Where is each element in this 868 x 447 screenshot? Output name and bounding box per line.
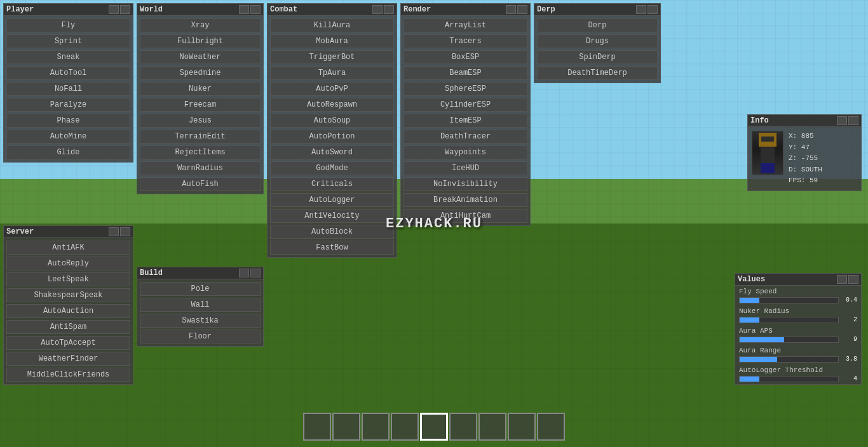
hack-btn-tpaura[interactable]: TpAura <box>270 66 394 80</box>
hack-btn-triggerbot[interactable]: TriggerBot <box>270 50 394 64</box>
hack-btn-itemesp[interactable]: ItemESP <box>403 114 527 128</box>
hack-btn-sprint[interactable]: Sprint <box>6 34 130 48</box>
hack-btn-automine[interactable]: AutoMine <box>6 130 130 143</box>
hack-btn-phase[interactable]: Phase <box>6 114 130 128</box>
hack-btn-antispam[interactable]: AntiSpam <box>6 320 130 334</box>
hack-btn-icehud[interactable]: IceHUD <box>403 161 527 175</box>
hack-btn-mobaura[interactable]: MobAura <box>270 34 394 48</box>
world-minimize-btn[interactable] <box>239 5 249 14</box>
build-minimize-btn[interactable] <box>239 269 249 277</box>
hack-btn-autoauction[interactable]: AutoAuction <box>6 304 130 318</box>
hotbar-slot-6[interactable] <box>449 413 477 441</box>
hack-btn-deathtracer[interactable]: DeathTracer <box>403 130 527 143</box>
hack-btn-derp[interactable]: Derp <box>537 18 658 32</box>
hack-btn-warnradius[interactable]: WarnRadius <box>140 161 261 175</box>
hack-btn-fastbow[interactable]: FastBow <box>270 241 394 255</box>
hotbar-slot-5[interactable] <box>420 413 448 441</box>
value-slider-1[interactable] <box>739 317 839 323</box>
values-close-btn[interactable] <box>848 275 858 284</box>
hack-btn-deathtimederp[interactable]: DeathTimeDerp <box>537 66 658 80</box>
hack-btn-freecam[interactable]: Freecam <box>140 98 261 112</box>
render-minimize-btn[interactable] <box>506 5 516 14</box>
hack-btn-autotpaccept[interactable]: AutoTpAccept <box>6 336 130 350</box>
hack-btn-sneak[interactable]: Sneak <box>6 50 130 64</box>
hack-btn-spinderp[interactable]: SpinDerp <box>537 50 658 64</box>
hack-btn-drugs[interactable]: Drugs <box>537 34 658 48</box>
value-slider-0[interactable] <box>739 297 839 304</box>
hack-btn-pole[interactable]: Pole <box>140 282 261 296</box>
info-minimize-btn[interactable] <box>837 116 847 125</box>
hack-btn-autologger[interactable]: AutoLogger <box>270 193 394 207</box>
hack-btn-speedmine[interactable]: Speedmine <box>140 66 261 80</box>
hack-btn-shakespearspeak[interactable]: ShakespearSpeak <box>6 288 130 302</box>
hack-btn-criticals[interactable]: Criticals <box>270 177 394 191</box>
build-close-btn[interactable] <box>250 269 261 277</box>
hack-btn-fly[interactable]: Fly <box>6 18 130 32</box>
combat-minimize-btn[interactable] <box>372 5 383 14</box>
values-minimize-btn[interactable] <box>837 275 847 284</box>
hack-btn-arraylist[interactable]: ArrayList <box>403 18 527 32</box>
hack-btn-boxesp[interactable]: BoxESP <box>403 50 527 64</box>
hack-btn-autosoup[interactable]: AutoSoup <box>270 114 394 128</box>
hack-btn-tracers[interactable]: Tracers <box>403 34 527 48</box>
hack-btn-jesus[interactable]: Jesus <box>140 114 261 128</box>
hack-btn-autotool[interactable]: AutoTool <box>6 66 130 80</box>
server-close-btn[interactable] <box>120 227 130 236</box>
hack-btn-autopotion[interactable]: AutoPotion <box>270 130 394 143</box>
hotbar-slot-2[interactable] <box>332 413 360 441</box>
hack-btn-leetspeak[interactable]: LeetSpeak <box>6 272 130 286</box>
world-close-btn[interactable] <box>250 5 261 14</box>
hack-btn-noweather[interactable]: NoWeather <box>140 50 261 64</box>
combat-close-btn[interactable] <box>384 5 394 14</box>
hotbar-slot-4[interactable] <box>391 413 419 441</box>
value-slider-container-1[interactable]: 2 <box>739 316 857 323</box>
value-slider-container-2[interactable]: 9 <box>739 336 857 343</box>
value-slider-2[interactable] <box>739 337 839 343</box>
hack-btn-wall[interactable]: Wall <box>140 298 261 312</box>
hack-btn-weatherfinder[interactable]: WeatherFinder <box>6 352 130 366</box>
value-slider-container-4[interactable]: 4 <box>739 375 857 382</box>
hack-btn-swastika[interactable]: Swastika <box>140 314 261 328</box>
hack-btn-beamesp[interactable]: BeamESP <box>403 66 527 80</box>
hotbar-slot-8[interactable] <box>508 413 536 441</box>
hack-btn-sphereesp[interactable]: SphereESP <box>403 82 527 96</box>
hack-btn-nuker[interactable]: Nuker <box>140 82 261 96</box>
hack-btn-autofish[interactable]: AutoFish <box>140 177 261 191</box>
hack-btn-autoblock[interactable]: AutoBlock <box>270 225 394 239</box>
derp-close-btn[interactable] <box>648 5 658 14</box>
player-close-btn[interactable] <box>120 5 130 14</box>
render-close-btn[interactable] <box>517 5 527 14</box>
hack-btn-middleclickfriends[interactable]: MiddleClickFriends <box>6 368 130 382</box>
hack-btn-cylinderesp[interactable]: CylinderESP <box>403 98 527 112</box>
hack-btn-glide[interactable]: Glide <box>6 145 130 159</box>
hack-btn-waypoints[interactable]: Waypoints <box>403 145 527 159</box>
hack-btn-autosword[interactable]: AutoSword <box>270 145 394 159</box>
hack-btn-godmode[interactable]: GodMode <box>270 161 394 175</box>
player-minimize-btn[interactable] <box>109 5 119 14</box>
info-close-btn[interactable] <box>848 116 858 125</box>
hack-btn-killaura[interactable]: KillAura <box>270 18 394 32</box>
hack-btn-antiafk[interactable]: AntiAFK <box>6 241 130 255</box>
hotbar-slot-7[interactable] <box>478 413 506 441</box>
hack-btn-terrainedit[interactable]: TerrainEdit <box>140 130 261 143</box>
hack-btn-noinvisibility[interactable]: NoInvisibility <box>403 177 527 191</box>
hack-btn-autopvp[interactable]: AutoPvP <box>270 82 394 96</box>
hack-btn-floor[interactable]: Floor <box>140 330 261 344</box>
derp-minimize-btn[interactable] <box>636 5 646 14</box>
hotbar-slot-3[interactable] <box>362 413 390 441</box>
hack-btn-nofall[interactable]: NoFall <box>6 82 130 96</box>
hack-btn-fullbright[interactable]: Fullbright <box>140 34 261 48</box>
hack-btn-autoreply[interactable]: AutoReply <box>6 257 130 270</box>
hack-btn-rejectitems[interactable]: RejectItems <box>140 145 261 159</box>
value-slider-container-3[interactable]: 3.8 <box>739 356 857 363</box>
server-minimize-btn[interactable] <box>109 227 119 236</box>
hack-btn-breakanimation[interactable]: BreakAnimation <box>403 193 527 207</box>
value-slider-3[interactable] <box>739 356 839 363</box>
hack-btn-xray[interactable]: Xray <box>140 18 261 32</box>
hack-btn-paralyze[interactable]: Paralyze <box>6 98 130 112</box>
hotbar-slot-1[interactable] <box>303 413 331 441</box>
hack-btn-autorespawn[interactable]: AutoRespawn <box>270 98 394 112</box>
hack-btn-antivelocity[interactable]: AntiVelocity <box>270 209 394 223</box>
value-slider-container-0[interactable]: 0.4 <box>739 297 857 304</box>
hotbar-slot-9[interactable] <box>537 413 565 441</box>
